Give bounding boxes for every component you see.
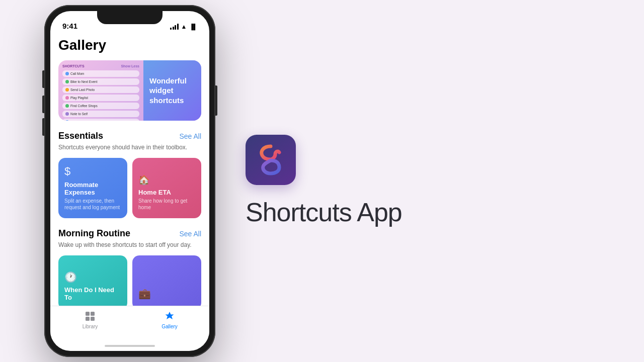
widget-btn-weight[interactable]: Log My Weight [62, 119, 139, 121]
roommate-expenses-card[interactable]: $ Roommate Expenses Split an expense, th… [58, 158, 127, 218]
gallery-heading: Gallery [58, 37, 201, 53]
widget-btn-icon [65, 112, 69, 116]
gallery-label: Gallery [162, 324, 178, 329]
widget-btn-icon [65, 96, 69, 100]
gallery-nav-icon [164, 310, 176, 322]
widget-btn-note[interactable]: Note to Self [62, 111, 139, 117]
morning-header: Morning Routine See All [58, 228, 201, 239]
morning-cards: 🕐 When Do I Need To 💼 [58, 255, 201, 306]
morning-desc: Wake up with these shortcuts to start of… [58, 241, 201, 249]
library-label: Library [83, 324, 98, 329]
widget-btn-icon [65, 80, 69, 83]
app-name: Shortcuts App [246, 197, 402, 227]
widget-btn-coffee[interactable]: Find Coffee Shops [62, 103, 139, 109]
clock-icon: 🕐 [64, 271, 121, 283]
widget-btn-icon [65, 88, 69, 92]
signal-icon [170, 24, 179, 30]
phone-screen: 9:41 ▲ ▐▌ Gallery [50, 11, 209, 351]
status-time: 9:41 [62, 22, 77, 30]
screen-content: Gallery SHORTCUTS Show Less Call Mom [50, 33, 209, 351]
right-panel: Shortcuts App [246, 135, 402, 227]
when-do-i-card[interactable]: 🕐 When Do I Need To [58, 255, 127, 306]
morning-see-all[interactable]: See All [179, 230, 201, 238]
morning-title: Morning Routine [58, 228, 130, 239]
widget-label: SHORTCUTS Show Less [62, 64, 139, 68]
widget-left-panel: SHORTCUTS Show Less Call Mom Bike to Nex… [58, 60, 143, 121]
widget-banner: SHORTCUTS Show Less Call Mom Bike to Nex… [58, 60, 201, 121]
widget-btn-call[interactable]: Call Mom [62, 70, 139, 77]
home-bar [50, 341, 209, 351]
essentials-header: Essentials See All [58, 131, 201, 141]
home-indicator [105, 345, 155, 347]
status-icons: ▲ ▐▌ [170, 23, 197, 30]
notch [97, 11, 163, 24]
roommate-expenses-desc: Split an expense, then request and log p… [64, 198, 121, 211]
roommate-expenses-title: Roommate Expenses [64, 181, 121, 196]
home-eta-desc: Share how long to get home [138, 198, 195, 211]
phone-mockup: 9:41 ▲ ▐▌ Gallery [44, 5, 215, 357]
wifi-icon: ▲ [181, 23, 187, 30]
briefcase-icon: 💼 [138, 288, 195, 300]
widget-btn-icon [65, 120, 69, 121]
scroll-area[interactable]: Gallery SHORTCUTS Show Less Call Mom [50, 33, 209, 306]
widget-btn-icon [65, 104, 69, 108]
widget-btn-photo[interactable]: Send Last Photo [62, 86, 139, 93]
widget-headline: Wonderful widget shortcuts [149, 76, 195, 106]
shortcuts-logo-svg [253, 142, 288, 177]
app-icon [246, 135, 296, 185]
home-eta-title: Home ETA [138, 189, 195, 196]
home-icon: 🏠 [138, 174, 195, 186]
battery-icon: ▐▌ [189, 24, 197, 30]
essentials-title: Essentials [58, 131, 103, 141]
bottom-navigation: Library Gallery [50, 306, 209, 341]
widget-right-panel: Wonderful widget shortcuts [143, 60, 201, 121]
library-icon [84, 310, 96, 322]
when-do-i-title: When Do I Need To [64, 286, 121, 301]
nav-library[interactable]: Library [50, 310, 130, 329]
essentials-see-all[interactable]: See All [179, 132, 201, 140]
briefcase-card[interactable]: 💼 [132, 255, 201, 306]
grid-icon [86, 312, 95, 321]
essentials-cards: $ Roommate Expenses Split an expense, th… [58, 158, 201, 218]
widget-btn-playlist[interactable]: Play Playlist [62, 95, 139, 101]
dollar-icon: $ [64, 165, 121, 178]
widget-btn-bike[interactable]: Bike to Next Event [62, 78, 139, 85]
home-eta-card[interactable]: 🏠 Home ETA Share how long to get home [132, 158, 201, 218]
widget-btn-icon [65, 72, 69, 75]
essentials-desc: Shortcuts everyone should have in their … [58, 143, 201, 152]
nav-gallery[interactable]: Gallery [130, 310, 209, 329]
